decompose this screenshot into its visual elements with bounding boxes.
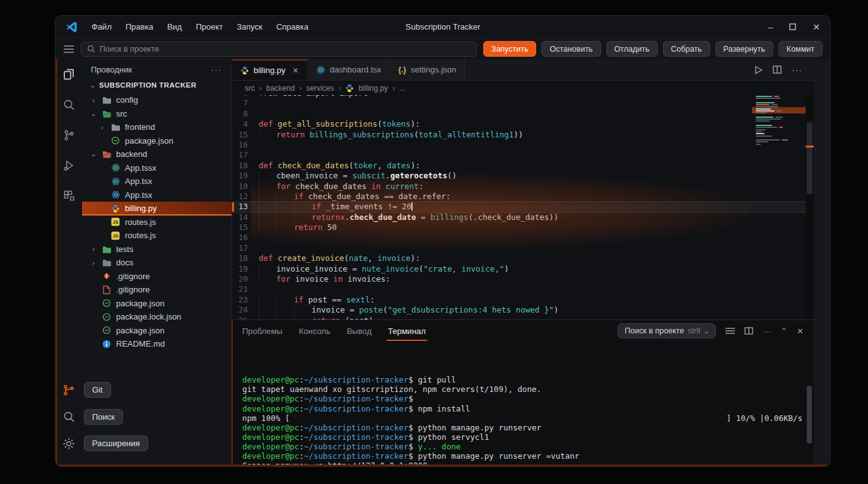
project-search-input[interactable]: Поиск в проекте bbox=[81, 42, 477, 57]
close-button[interactable]: ✕ bbox=[812, 22, 820, 32]
explorer-item-app-tsx[interactable]: App.tsx bbox=[82, 188, 232, 202]
split-panel-icon[interactable] bbox=[744, 327, 753, 335]
code-line[interactable]: 19invoice_invoice = nute_invoice("crate,… bbox=[232, 264, 814, 274]
badge-git[interactable]: Git bbox=[84, 382, 111, 398]
menu-файл[interactable]: Файл bbox=[85, 20, 119, 33]
run-debug-icon[interactable] bbox=[61, 158, 76, 173]
menu-запуск[interactable]: Запуск bbox=[230, 20, 269, 33]
editor-scrollbar-thumb[interactable] bbox=[807, 122, 812, 194]
code-line[interactable]: 20for invoice in invoices: bbox=[232, 274, 814, 284]
search-icon[interactable] bbox=[61, 97, 76, 112]
explorer-item-package-json[interactable]: package.json bbox=[82, 324, 232, 338]
list-icon[interactable] bbox=[725, 327, 735, 335]
code-line[interactable]: 13if _time_events != 20 bbox=[232, 202, 814, 212]
explorer-item-package-lock-json[interactable]: package.lock.json bbox=[82, 310, 232, 324]
explorer-item-src[interactable]: ⌄src bbox=[82, 107, 232, 121]
code-line[interactable]: 19cbeen_invoice = subscit.geterocetots() bbox=[232, 171, 814, 181]
menu-справка[interactable]: Справка bbox=[269, 20, 315, 33]
editor-scrollbar[interactable] bbox=[806, 81, 814, 320]
collapse-icon[interactable]: ⌃ bbox=[780, 326, 787, 336]
explorer-item-package-json[interactable]: package.json bbox=[82, 134, 232, 148]
code-line[interactable]: 15return 50 bbox=[232, 222, 814, 233]
code-line[interactable]: 15return billings_subscriptions(total_al… bbox=[232, 130, 814, 140]
explorer-item-backend[interactable]: ⌄backend bbox=[82, 147, 232, 161]
more-icon[interactable]: ··· bbox=[763, 326, 771, 336]
запустить-button[interactable]: Запустить bbox=[483, 41, 537, 57]
line-number: 19 bbox=[232, 264, 259, 274]
explorer-item-readme-md[interactable]: README.md bbox=[82, 337, 232, 351]
explorer-item-config[interactable]: ›config bbox=[82, 93, 232, 107]
explorer-item-package-json[interactable]: package.json bbox=[82, 297, 232, 311]
code-line[interactable]: 7 bbox=[232, 98, 814, 108]
panel-search-dropdown[interactable]: Поиск в проекте strll ⌄ bbox=[618, 323, 716, 338]
code-line[interactable]: 10for check_due_dates in current: bbox=[232, 182, 814, 192]
split-editor-icon[interactable] bbox=[773, 66, 782, 74]
explorer-item-billing-py[interactable]: billing.py bbox=[82, 202, 232, 216]
svg-text:JS: JS bbox=[112, 220, 118, 226]
more-icon[interactable]: ··· bbox=[792, 65, 802, 75]
breadcrumb-segment[interactable]: billing.py bbox=[358, 84, 388, 93]
badge-поиск[interactable]: Поиск bbox=[84, 409, 123, 425]
terminal-scrollbar-thumb[interactable] bbox=[807, 386, 812, 444]
code-line[interactable]: 21 bbox=[232, 284, 814, 294]
code-line[interactable]: 4def get_all_subscriptions(tokens): bbox=[232, 119, 814, 129]
code-line[interactable]: 17 bbox=[232, 243, 814, 253]
panel-tab-консоль[interactable]: Консоль bbox=[299, 326, 331, 336]
breadcrumb-segment[interactable]: backend bbox=[266, 84, 295, 93]
explorer-item-frontend[interactable]: ›frontend bbox=[82, 120, 232, 134]
panel-tab-вывод[interactable]: Вывод bbox=[347, 326, 372, 336]
code-line[interactable]: 14returnx.check_due_date = billings(.che… bbox=[232, 212, 814, 222]
badge-расширения[interactable]: Расширения bbox=[84, 435, 148, 451]
коммит-button[interactable]: Коммит bbox=[778, 41, 823, 57]
explorer-item-tests[interactable]: ›tests bbox=[82, 243, 232, 256]
git-branch-icon[interactable] bbox=[61, 383, 76, 398]
tab-billing-py[interactable]: billing.py✕ bbox=[232, 59, 308, 80]
code-editor[interactable]: src›backend›services›billing.py›... 6fro… bbox=[232, 81, 814, 320]
собрать-button[interactable]: Собрать bbox=[663, 41, 710, 57]
code-line[interactable]: 16 bbox=[232, 140, 814, 150]
code-line[interactable]: 23if post == sextl: bbox=[232, 295, 814, 305]
panel-tab-терминал[interactable]: Терминал bbox=[388, 326, 426, 336]
explorer-item-routes-js[interactable]: JSroutes.js bbox=[82, 216, 232, 229]
code-line[interactable]: 25return (post) bbox=[232, 316, 814, 320]
close-tab-icon[interactable]: ✕ bbox=[293, 66, 299, 75]
развернуть-button[interactable]: Развернуть bbox=[715, 41, 773, 57]
gear-icon[interactable] bbox=[61, 436, 76, 451]
maximize-button[interactable] bbox=[789, 23, 796, 30]
tab-dashboard-tsx[interactable]: dashboard.tsx bbox=[308, 59, 390, 80]
extensions-icon[interactable] bbox=[61, 188, 76, 203]
explorer-item-gitignore[interactable]: .gitignore bbox=[82, 270, 232, 284]
code-line[interactable]: 16 bbox=[232, 233, 814, 243]
breadcrumb-segment[interactable]: src bbox=[245, 84, 255, 93]
project-root-row[interactable]: ⌄ SUBSCRIPTION TRACKER bbox=[82, 79, 232, 93]
breadcrumb-segment[interactable]: services bbox=[306, 84, 334, 93]
code-line[interactable]: 12if check_due_dates == date.refer: bbox=[232, 192, 814, 202]
run-icon[interactable] bbox=[754, 66, 763, 74]
остановить-button[interactable]: Остановить bbox=[541, 41, 601, 57]
breadcrumb-segment[interactable]: ... bbox=[399, 84, 406, 93]
отладить-button[interactable]: Отладить bbox=[606, 41, 658, 57]
menu-icon[interactable] bbox=[63, 45, 74, 54]
explorer-item-gitignore[interactable]: .gitignore bbox=[82, 283, 232, 297]
terminal[interactable]: developer@pc:~/sukscription-tracker$ git… bbox=[232, 342, 814, 466]
explorer-more-button[interactable]: ··· bbox=[211, 65, 223, 74]
explorer-item-app-tsx[interactable]: App.tsx bbox=[82, 175, 232, 188]
explorer-item-routes-js[interactable]: JSroutes.js bbox=[82, 229, 232, 243]
menu-правка[interactable]: Правка bbox=[119, 20, 160, 33]
code-line[interactable]: 8 bbox=[232, 109, 814, 119]
code-line[interactable]: 18def create_invoice(nate, invoice): bbox=[232, 253, 814, 263]
panel-tab-проблемы[interactable]: Проблемы bbox=[242, 326, 283, 336]
search-icon[interactable] bbox=[61, 410, 76, 425]
source-control-icon[interactable] bbox=[61, 127, 76, 142]
menu-проект[interactable]: Проект bbox=[189, 20, 230, 33]
menu-вид[interactable]: Вид bbox=[160, 20, 189, 33]
tab-settings-json[interactable]: {.}settings.json bbox=[390, 59, 465, 80]
explorer-item-app-tssx[interactable]: App.tssx bbox=[82, 161, 232, 175]
minimize-button[interactable]: – bbox=[768, 22, 773, 32]
close-icon[interactable]: ✕ bbox=[797, 326, 804, 336]
code-line[interactable]: 17 bbox=[232, 150, 814, 160]
code-line[interactable]: 18def check_due_dates(toker, dates): bbox=[232, 161, 814, 171]
code-line[interactable]: 24invoice = poste("get_dsubscriptions:4 … bbox=[232, 305, 814, 315]
explorer-item-docs[interactable]: ›docs bbox=[82, 256, 232, 270]
files-icon[interactable] bbox=[61, 67, 76, 82]
